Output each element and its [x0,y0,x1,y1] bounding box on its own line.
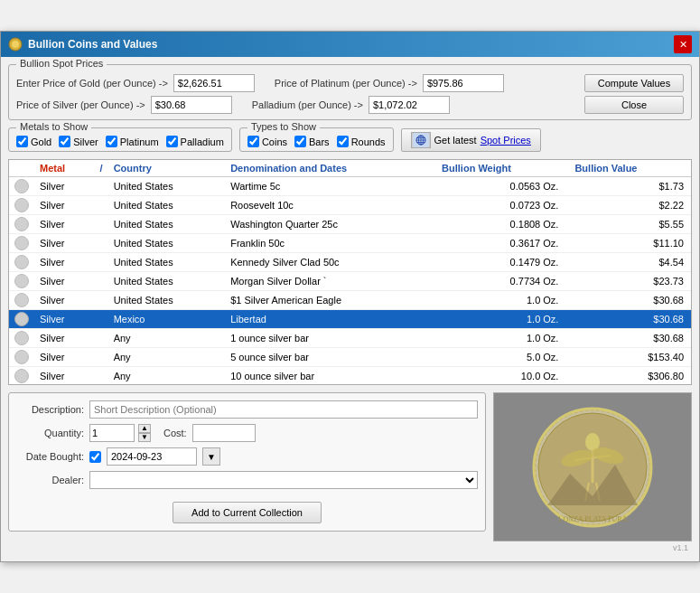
table-row[interactable]: SilverAny1 ounce silver bar1.0 Oz.$30.68 [9,329,691,348]
platinum-price-input[interactable] [423,74,504,92]
table-row[interactable]: SilverUnited StatesFranklin 50c0.3617 Oz… [9,234,691,253]
gold-price-label: Enter Price of Gold (per Ounce) -> [16,78,168,89]
quantity-down-button[interactable]: ▼ [138,433,151,442]
row-denomination: Washington Quarter 25c [225,215,436,234]
row-metal: Silver [34,177,95,196]
row-weight: 5.0 Oz. [436,348,569,367]
row-country: United States [108,215,226,234]
table-row[interactable]: SilverUnited StatesWashington Quarter 25… [9,215,691,234]
row-icon-cell [9,367,34,386]
row-value: $4.54 [569,253,691,272]
close-button[interactable]: Close [584,96,684,114]
close-window-button[interactable]: ✕ [674,35,692,53]
bars-checkbox-item[interactable]: Bars [294,136,330,147]
col-weight[interactable]: Bullion Weight [436,160,569,177]
spot-prices-link[interactable]: Spot Prices [481,135,531,146]
date-checkbox[interactable] [89,451,101,463]
bars-checkbox[interactable] [294,136,306,147]
col-sep: / [95,160,108,177]
table-row[interactable]: SilverAny5 ounce silver bar5.0 Oz.$153.4… [9,348,691,367]
silver-checkbox[interactable] [59,136,70,147]
row-value: $153.40 [569,348,691,367]
gold-checkbox[interactable] [16,136,28,147]
window-icon [8,37,23,52]
row-sep [95,291,108,310]
table-row[interactable]: SilverUnited StatesRoosevelt 10c0.0723 O… [9,196,691,215]
row-denomination: Morgan Silver Dollar ` [225,272,436,291]
dealer-label: Dealer: [16,475,84,485]
table-body: SilverUnited StatesWartime 5c0.0563 Oz.$… [9,177,691,386]
palladium-price-input[interactable] [369,96,450,114]
row-sep [95,272,108,291]
quantity-label: Quantity: [16,428,84,438]
date-input[interactable] [107,447,197,466]
palladium-checkbox[interactable] [166,136,178,147]
quantity-input[interactable] [89,424,135,442]
platinum-price-label: Price of Platinum (per Ounce) -> [275,78,417,89]
types-to-show-section: Types to Show Coins Bars Rounds [239,127,394,152]
col-value[interactable]: Bullion Value [569,160,691,177]
table-row[interactable]: SilverUnited States$1 Silver American Ea… [9,291,691,310]
gold-label: Gold [31,136,51,147]
table-row[interactable]: SilverUnited StatesMorgan Silver Dollar … [9,272,691,291]
table-row[interactable]: SilverAny10 ounce silver bar10.0 Oz.$306… [9,367,691,386]
coins-checkbox[interactable] [247,136,259,147]
quantity-up-button[interactable]: ▲ [138,424,151,433]
quantity-stepper-group: ▲ ▼ [89,424,151,442]
silver-price-label: Price of Silver (per Ounce) -> [16,99,145,110]
col-icon[interactable] [9,160,34,177]
compute-values-button[interactable]: Compute Values [584,74,684,92]
silver-price-input[interactable] [151,96,232,114]
dealer-select[interactable] [89,471,478,489]
row-icon-cell [9,348,34,367]
row-weight: 10.0 Oz. [436,367,569,386]
row-sep [95,196,108,215]
row-country: United States [108,253,226,272]
cost-input[interactable] [192,424,256,442]
row-icon-cell [9,310,34,329]
row-metal: Silver [34,196,95,215]
palladium-label: Palladium [181,136,224,147]
row-sep [95,215,108,234]
row-value: $30.68 [569,310,691,329]
row-icon-cell [9,234,34,253]
description-input[interactable] [89,400,478,419]
palladium-price-label: Palladium (per Ounce) -> [252,99,363,110]
spot-prices-label: Bullion Spot Prices [16,58,107,69]
col-denomination[interactable]: Denomination and Dates [225,160,436,177]
date-picker-button[interactable]: ▼ [202,447,220,466]
platinum-checkbox-item[interactable]: Platinum [106,136,159,147]
row-denomination: Franklin 50c [225,234,436,253]
row-weight: 1.0 Oz. [436,291,569,310]
table-row[interactable]: SilverUnited StatesWartime 5c0.0563 Oz.$… [9,177,691,196]
col-country[interactable]: Country [108,160,226,177]
row-sep [95,329,108,348]
coins-checkbox-item[interactable]: Coins [247,136,287,147]
row-denomination: Kennedy Silver Clad 50c [225,253,436,272]
row-icon-cell [9,329,34,348]
rounds-checkbox-item[interactable]: Rounds [337,136,386,147]
row-icon-cell [9,272,34,291]
table-row[interactable]: SilverUnited StatesKennedy Silver Clad 5… [9,253,691,272]
platinum-checkbox[interactable] [106,136,117,147]
col-metal[interactable]: Metal [34,160,95,177]
row-metal: Silver [34,329,95,348]
row-country: United States [108,234,226,253]
row-country: United States [108,272,226,291]
main-window: Bullion Coins and Values ✕ Bullion Spot … [0,31,700,562]
palladium-checkbox-item[interactable]: Palladium [166,136,224,147]
row-weight: 0.1808 Oz. [436,215,569,234]
table-row[interactable]: SilverMexicoLibertad1.0 Oz.$30.68 [9,310,691,329]
gold-price-input[interactable] [173,74,255,92]
add-collection-button[interactable]: Add to Current Collection [173,502,322,523]
table-header-row: Metal / Country Denomination and Dates B… [9,160,691,177]
row-icon-cell [9,196,34,215]
row-metal: Silver [34,291,95,310]
gold-checkbox-item[interactable]: Gold [16,136,51,147]
date-label: Date Bought: [16,451,84,462]
silver-checkbox-item[interactable]: Silver [59,136,98,147]
row-denomination: $1 Silver American Eagle [225,291,436,310]
rounds-checkbox[interactable] [337,136,349,147]
metals-checkboxes: Gold Silver Platinum Palladium [16,136,224,147]
get-latest-button[interactable]: Get latest Spot Prices [401,128,541,152]
